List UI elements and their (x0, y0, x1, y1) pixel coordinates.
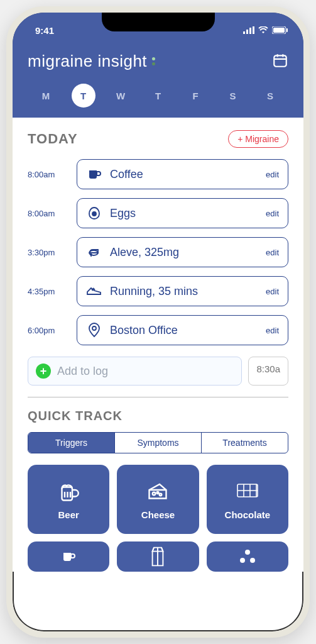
quick-track-grid: BeerCheeseChocolate (28, 465, 288, 572)
log-card[interactable]: Boston Officeedit (77, 315, 288, 345)
tab-symptoms[interactable]: Symptoms (115, 433, 202, 453)
tab-triggers[interactable]: Triggers (28, 433, 115, 453)
quick-tile-beer[interactable]: Beer (28, 465, 109, 534)
day-6[interactable]: S (258, 84, 282, 108)
chocolate-icon (235, 479, 260, 504)
svg-rect-6 (286, 28, 288, 32)
day-3[interactable]: T (146, 84, 170, 108)
svg-rect-0 (243, 31, 245, 34)
svg-point-14 (157, 492, 159, 494)
log-label: Coffee (110, 168, 258, 181)
app-title-text: migraine insight (28, 52, 147, 71)
day-2[interactable]: W (109, 84, 133, 108)
cheese-icon (145, 479, 170, 504)
log-row: 8:00amEggsedit (28, 198, 288, 228)
day-selector: MTWTFSS (28, 80, 288, 118)
quick-tile[interactable] (28, 541, 109, 572)
divider (28, 397, 288, 397)
tile-label: Chocolate (225, 509, 271, 520)
quick-track-heading: QUICK TRACK (28, 409, 288, 423)
log-time: 6:00pm (28, 326, 68, 335)
day-5[interactable]: S (221, 84, 245, 108)
quick-tile[interactable] (117, 541, 199, 572)
phone-frame: 9:41 migraine insight (6, 6, 310, 638)
add-placeholder: Add to log (57, 365, 108, 378)
egg-icon (86, 205, 102, 221)
calendar-icon[interactable] (272, 52, 288, 71)
log-label: Running, 35 mins (110, 285, 258, 298)
svg-point-13 (160, 493, 162, 496)
wifi-icon (258, 25, 268, 36)
tile-label: Beer (58, 509, 79, 520)
svg-point-12 (153, 492, 156, 495)
svg-rect-5 (273, 28, 285, 33)
log-time: 3:30pm (28, 248, 68, 257)
quick-track-tabs: TriggersSymptomsTreatments (28, 432, 288, 453)
status-icons (243, 25, 288, 36)
day-1[interactable]: T (72, 84, 95, 108)
log-time: 4:35pm (28, 287, 68, 296)
log-row: 3:30pmAleve, 325mgedit (28, 237, 288, 267)
app-title: migraine insight (28, 52, 155, 71)
log-time: 8:00am (28, 209, 68, 218)
log-card[interactable]: Running, 35 minsedit (77, 276, 288, 306)
svg-rect-1 (246, 30, 248, 34)
edit-button[interactable]: edit (266, 287, 279, 296)
milk-icon (145, 544, 170, 569)
quick-tile[interactable] (207, 541, 288, 572)
mug-icon (86, 166, 102, 182)
main-content: TODAY + Migraine 8:00amCoffeeedit8:00amE… (13, 118, 303, 572)
day-4[interactable]: F (183, 84, 207, 108)
log-time: 8:00am (28, 170, 68, 179)
log-card[interactable]: Eggsedit (77, 198, 288, 228)
dots-icon (235, 544, 260, 569)
edit-button[interactable]: edit (266, 209, 279, 218)
svg-point-10 (92, 326, 96, 330)
tile-label: Cheese (141, 509, 175, 520)
log-row: 4:35pmRunning, 35 minsedit (28, 276, 288, 306)
svg-point-16 (245, 550, 250, 555)
quick-tile-chocolate[interactable]: Chocolate (207, 465, 288, 534)
app-title-dots (152, 57, 155, 65)
plus-icon: + (36, 364, 51, 379)
add-migraine-button[interactable]: + Migraine (228, 130, 288, 148)
edit-button[interactable]: edit (266, 170, 279, 179)
mug-icon (56, 544, 81, 569)
edit-button[interactable]: edit (266, 326, 279, 335)
location-icon (86, 322, 102, 338)
svg-point-17 (240, 558, 245, 563)
log-row: 6:00pmBoston Officeedit (28, 315, 288, 345)
log-list: 8:00amCoffeeedit8:00amEggsedit3:30pmAlev… (28, 159, 288, 345)
log-label: Boston Office (110, 324, 258, 337)
beer-icon (56, 479, 81, 504)
log-card[interactable]: Aleve, 325mgedit (77, 237, 288, 267)
log-label: Aleve, 325mg (110, 246, 258, 259)
signal-icon (243, 25, 254, 36)
add-time-chip[interactable]: 8:30a (248, 357, 288, 386)
svg-rect-3 (253, 26, 254, 34)
today-heading: TODAY (28, 131, 78, 147)
svg-point-18 (250, 558, 255, 563)
log-row: 8:00amCoffeeedit (28, 159, 288, 189)
log-label: Eggs (110, 207, 258, 220)
tab-treatments[interactable]: Treatments (202, 433, 288, 453)
log-card[interactable]: Coffeeedit (77, 159, 288, 189)
svg-rect-7 (274, 55, 286, 66)
svg-rect-2 (249, 28, 251, 34)
notch (102, 13, 215, 31)
day-0[interactable]: M (34, 84, 58, 108)
status-time: 9:41 (28, 25, 54, 36)
pill-icon (86, 244, 102, 260)
svg-point-8 (92, 212, 96, 216)
battery-icon (272, 25, 288, 36)
quick-tile-cheese[interactable]: Cheese (117, 465, 199, 534)
edit-button[interactable]: edit (266, 248, 279, 257)
add-to-log-input[interactable]: + Add to log (28, 357, 242, 386)
shoe-icon (86, 283, 102, 299)
